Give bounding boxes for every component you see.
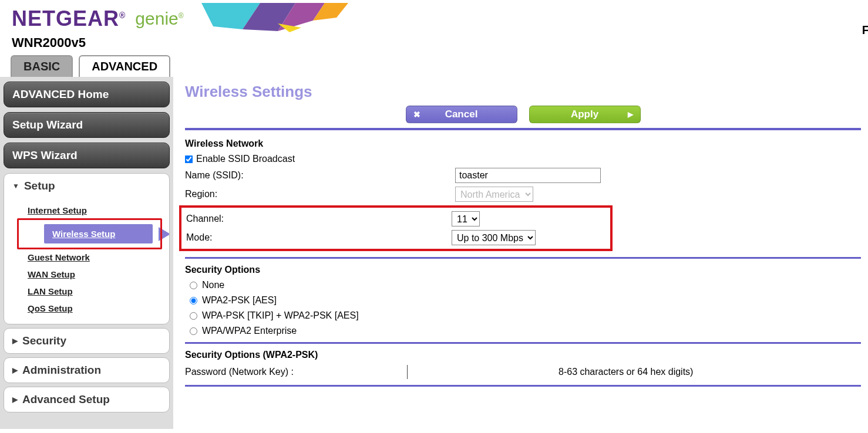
- mode-label: Mode:: [186, 232, 452, 243]
- sidebar-item-qos-setup[interactable]: QoS Setup: [4, 300, 169, 317]
- password-hint: 8-63 characters or 64 hex digits): [559, 367, 693, 377]
- chevron-right-icon: ▶: [12, 395, 18, 404]
- security-enterprise-label: WPA/WPA2 Enterprise: [202, 326, 297, 336]
- security-enterprise-radio[interactable]: [190, 327, 197, 335]
- sidebar-item-wireless-setup[interactable]: Wireless Setup: [21, 221, 159, 247]
- apply-button-label: Apply: [571, 109, 598, 120]
- security-none-radio[interactable]: [190, 282, 197, 289]
- sidebar-group-advanced-setup: ▶ Advanced Setup: [4, 387, 170, 412]
- tab-advanced[interactable]: ADVANCED: [79, 55, 170, 77]
- sidebar-group-security-header[interactable]: ▶ Security: [4, 329, 169, 353]
- enable-ssid-checkbox[interactable]: [185, 155, 193, 163]
- sidebar-group-advanced-setup-header[interactable]: ▶ Advanced Setup: [4, 387, 169, 412]
- sidebar-group-administration: ▶ Administration: [4, 357, 170, 383]
- sidebar-item-wan-setup[interactable]: WAN Setup: [4, 266, 169, 283]
- cancel-button-label: Cancel: [445, 109, 478, 120]
- content: Wireless Settings ✖ Cancel Apply ▶ Wirel…: [173, 77, 868, 429]
- channel-select[interactable]: 11: [452, 211, 480, 226]
- enable-ssid-label: Enable SSID Broadcast: [196, 154, 295, 164]
- chevron-right-icon: ▶: [12, 366, 18, 374]
- highlight-box: Channel: 11 Mode: Up to 300 Mbps: [179, 205, 613, 251]
- security-psk-heading: Security Options (WPA2-PSK): [185, 350, 861, 360]
- sidebar-item-internet-setup[interactable]: Internet Setup: [4, 202, 169, 219]
- security-wpapsk-mixed-radio[interactable]: [190, 312, 197, 320]
- logo-row: NETGEAR® genie® F: [12, 0, 856, 34]
- region-label: Region:: [185, 189, 455, 199]
- close-icon: ✖: [413, 110, 420, 119]
- sidebar-item-lan-setup[interactable]: LAN Setup: [4, 283, 169, 300]
- divider: [185, 342, 861, 344]
- ssid-name-label: Name (SSID):: [185, 170, 455, 181]
- security-wpa2psk-radio[interactable]: [190, 297, 197, 305]
- chevron-down-icon: ▼: [12, 182, 19, 190]
- sidebar-item-guest-network[interactable]: Guest Network: [4, 249, 169, 266]
- sidebar-group-security-label: Security: [22, 334, 66, 347]
- mode-select[interactable]: Up to 300 Mbps: [452, 230, 536, 245]
- security-options-heading: Security Options: [185, 265, 861, 275]
- channel-label: Channel:: [186, 214, 452, 224]
- divider: [185, 257, 861, 259]
- page-title: Wireless Settings: [185, 80, 861, 106]
- sidebar-group-administration-header[interactable]: ▶ Administration: [4, 358, 169, 383]
- action-row: ✖ Cancel Apply ▶: [185, 106, 861, 127]
- sidebar-advanced-home[interactable]: ADVANCED Home: [4, 82, 170, 107]
- cutoff-letter: F: [862, 23, 868, 37]
- sidebar-group-advanced-setup-label: Advanced Setup: [22, 393, 110, 406]
- sidebar: ADVANCED Home Setup Wizard WPS Wizard ▼ …: [0, 77, 173, 429]
- sidebar-group-setup-header[interactable]: ▼ Setup: [4, 174, 169, 198]
- wireless-network-heading: Wireless Network: [185, 138, 861, 149]
- play-icon: ▶: [628, 110, 633, 119]
- main-tabs: BASIC ADVANCED: [0, 50, 868, 77]
- security-none-label: None: [202, 280, 224, 290]
- sidebar-group-security: ▶ Security: [4, 328, 170, 354]
- ssid-name-input[interactable]: [455, 168, 601, 183]
- tab-basic[interactable]: BASIC: [11, 55, 73, 77]
- security-wpa2psk-label: WPA2-PSK [AES]: [202, 295, 277, 306]
- security-wpapsk-mixed-label: WPA-PSK [TKIP] + WPA2-PSK [AES]: [202, 310, 359, 321]
- sidebar-group-administration-label: Administration: [22, 364, 101, 377]
- sidebar-group-setup-label: Setup: [24, 180, 55, 192]
- active-arrow-icon: [159, 227, 170, 241]
- model-label: WNR2000v5: [12, 35, 856, 50]
- cancel-button[interactable]: ✖ Cancel: [406, 106, 517, 123]
- password-input[interactable]: [407, 365, 411, 379]
- sub-brand-logo: genie®: [135, 9, 183, 29]
- divider: [185, 128, 861, 130]
- divider: [185, 385, 861, 387]
- decorative-shapes: [201, 3, 354, 34]
- apply-button[interactable]: Apply ▶: [529, 106, 641, 123]
- password-label: Password (Network Key) :: [185, 367, 407, 377]
- header: NETGEAR® genie® F WNR2000v5: [0, 0, 868, 50]
- region-select[interactable]: North America: [455, 187, 533, 202]
- sidebar-wps-wizard[interactable]: WPS Wizard: [4, 143, 170, 168]
- sidebar-group-setup: ▼ Setup Internet Setup Wireless Setup Gu…: [4, 173, 170, 324]
- sidebar-setup-wizard[interactable]: Setup Wizard: [4, 112, 170, 138]
- brand-logo: NETGEAR®: [12, 6, 126, 31]
- chevron-right-icon: ▶: [12, 337, 18, 345]
